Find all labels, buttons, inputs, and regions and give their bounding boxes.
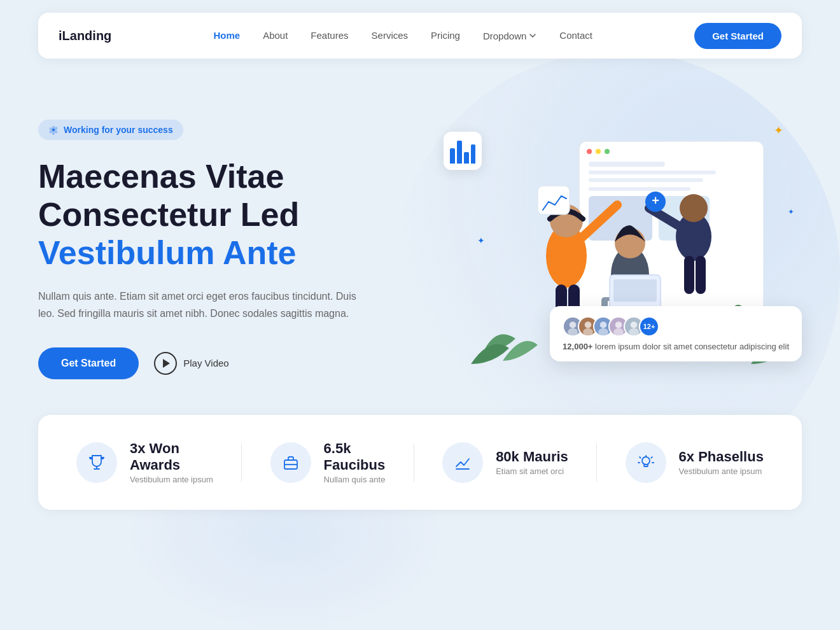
nav-item-services[interactable]: Services [372, 30, 409, 41]
stats-card: 12+ 12,000+ lorem ipsum dolor sit amet c… [550, 306, 802, 361]
hero-left: Working for your success Maecenas Vitae … [38, 120, 407, 379]
trophy-icon [88, 454, 106, 472]
hero-title-line3: Vestibulum Ante [38, 234, 296, 271]
stat-number-phasellus: 6x Phasellus [679, 449, 764, 465]
stat-text-faucibus: 6.5kFaucibus Nullam quis ante [324, 440, 386, 484]
nav-item-dropdown[interactable]: Dropdown [483, 31, 536, 41]
hero-title: Maecenas Vitae Consectetur Led Vestibulu… [38, 158, 407, 272]
stat-item-faucibus: 6.5kFaucibus Nullam quis ante [270, 440, 386, 484]
svg-point-2 [596, 149, 601, 154]
stat-number-awards: 3x WonAwards [130, 440, 213, 473]
stat-text-mauris: 80k Mauris Etiam sit amet orci [496, 449, 568, 476]
stat-icon-wrap-bulb [626, 442, 666, 483]
svg-rect-5 [589, 171, 716, 174]
svg-point-41 [600, 321, 607, 328]
page-content: Working for your success Maecenas Vitae … [0, 71, 840, 510]
chart-icon [454, 454, 472, 472]
stats-row: 3x WonAwards Vestibulum ante ipsum 6.5kF… [38, 415, 802, 510]
stats-card-label: lorem ipsum dolor sit amet consectetur a… [595, 342, 789, 351]
hero-get-started-button[interactable]: Get Started [38, 347, 139, 379]
svg-rect-13 [696, 256, 706, 294]
stat-text-awards: 3x WonAwards Vestibulum ante ipsum [130, 440, 213, 484]
stat-label-mauris: Etiam sit amet orci [496, 466, 568, 476]
nav-item-home[interactable]: Home [213, 30, 240, 41]
stat-icon-wrap-trophy [76, 442, 117, 483]
svg-point-42 [598, 328, 608, 336]
stat-label-phasellus: Vestibulum ante ipsum [679, 466, 764, 476]
svg-point-11 [680, 194, 708, 222]
svg-point-1 [587, 149, 592, 154]
play-video-label: Play Video [183, 358, 228, 368]
svg-point-45 [613, 328, 624, 336]
hero-title-line2: Consectetur Led [38, 196, 299, 233]
briefcase-icon [282, 454, 300, 472]
stat-item-mauris: 80k Mauris Etiam sit amet orci [442, 442, 568, 483]
brand-logo: iLanding [59, 29, 111, 43]
svg-point-35 [570, 321, 577, 328]
bulb-icon [637, 454, 655, 472]
hero-right: ✦ ✦ ✦ ✦ ✦ [433, 109, 802, 389]
hero-badge-text: Working for your success [64, 125, 173, 135]
hero-title-line1: Maecenas Vitae [38, 158, 284, 195]
svg-rect-12 [684, 256, 694, 294]
stat-divider-3 [596, 444, 597, 482]
svg-point-48 [629, 328, 639, 336]
nav-dropdown-label[interactable]: Dropdown [483, 31, 526, 41]
stat-item-phasellus: 6x Phasellus Vestibulum ante ipsum [626, 442, 764, 483]
hero-actions: Get Started Play Video [38, 347, 407, 379]
hero-badge: Working for your success [38, 120, 183, 140]
svg-point-47 [631, 321, 638, 328]
nav-item-contact[interactable]: Contact [559, 30, 592, 41]
stat-number-faucibus: 6.5kFaucibus [324, 440, 386, 473]
hero-play-video-button[interactable]: Play Video [154, 352, 228, 375]
nav-item-pricing[interactable]: Pricing [431, 30, 460, 41]
play-icon [154, 352, 177, 375]
stat-icon-wrap-chart [442, 442, 483, 483]
svg-point-50 [642, 457, 650, 465]
svg-point-3 [605, 149, 610, 154]
hero-section: Working for your success Maecenas Vitae … [38, 71, 802, 415]
stat-label-awards: Vestibulum ante ipsum [130, 475, 213, 484]
navbar: iLanding Home About Features Services Pr… [38, 13, 802, 59]
chevron-down-icon [529, 32, 536, 39]
stat-text-phasellus: 6x Phasellus Vestibulum ante ipsum [679, 449, 764, 476]
stat-item-awards: 3x WonAwards Vestibulum ante ipsum [76, 440, 213, 484]
avatar-extra: 12+ [639, 316, 659, 337]
stats-avatars: 12+ [563, 316, 789, 337]
svg-rect-6 [589, 178, 703, 182]
stat-label-faucibus: Nullam quis ante [324, 475, 386, 484]
svg-point-39 [583, 328, 593, 336]
nav-item-features[interactable]: Features [311, 30, 348, 41]
svg-rect-7 [589, 187, 690, 191]
hero-description: Nullam quis ante. Etiam sit amet orci eg… [38, 288, 356, 322]
nav-get-started-button[interactable]: Get Started [694, 23, 781, 49]
stat-icon-wrap-briefcase [270, 442, 311, 483]
svg-point-38 [585, 321, 592, 328]
stat-divider-2 [414, 444, 414, 482]
svg-point-36 [568, 328, 578, 336]
svg-point-44 [615, 321, 622, 328]
stats-card-count: 12,000+ [563, 342, 592, 351]
stat-number-mauris: 80k Mauris [496, 449, 568, 465]
gear-icon [48, 125, 59, 135]
nav-item-about[interactable]: About [263, 30, 288, 41]
svg-rect-26 [613, 279, 657, 302]
stats-card-text: 12,000+ lorem ipsum dolor sit amet conse… [563, 342, 789, 351]
svg-rect-4 [589, 162, 665, 167]
svg-text:+: + [652, 193, 659, 207]
stat-divider-1 [241, 444, 242, 482]
nav-links: Home About Features Services Pricing Dro… [213, 30, 592, 41]
